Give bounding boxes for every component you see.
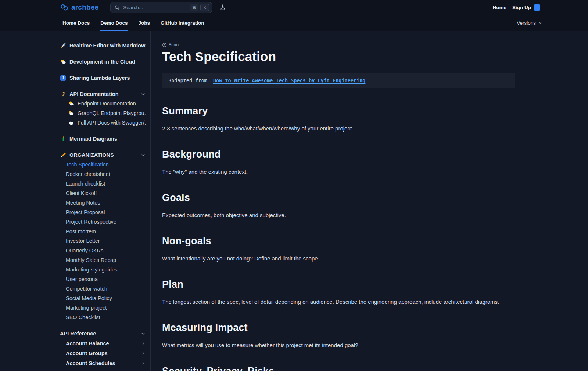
page-title: Tech Specification: [162, 49, 588, 64]
logo-text: archbee: [71, 3, 98, 11]
rocket-icon: [60, 43, 66, 49]
tab-demo-docs[interactable]: Demo Docs: [100, 15, 128, 31]
section-body: Expected outcomes, both objective and su…: [162, 212, 588, 218]
section-heading: Non-goals: [162, 235, 588, 247]
clock-icon: [162, 43, 167, 47]
tab-jobs[interactable]: Jobs: [139, 15, 150, 31]
sidebar-item-project-retrospective[interactable]: Project Retrospective: [60, 217, 146, 227]
section-heading: Background: [162, 149, 588, 160]
search-box[interactable]: ⌘ K: [110, 2, 212, 13]
section-body: What metrics will you use to measure whe…: [162, 342, 588, 348]
chevron-right-icon[interactable]: [141, 341, 146, 346]
sidebar-item-account-groups[interactable]: Account Groups: [60, 348, 146, 358]
sidebar: Realtime Editor with Markdow...Developme…: [0, 31, 151, 371]
sidebar-item-label: Project Proposal: [66, 209, 105, 215]
sidebar-item-full-api-docs-with-swagger[interactable]: Full API Docs with Swagger/...: [60, 118, 146, 127]
section-body: What intentionally are you not doing? De…: [162, 255, 588, 262]
sidebar-item-competitor-watch[interactable]: Competitor watch: [60, 284, 146, 293]
sidebar-item-investor-letter[interactable]: Investor Letter: [60, 236, 146, 246]
sun-behind-large-cloud-icon: [68, 110, 74, 116]
sidebar-item-social-media-policy[interactable]: Social Media Policy: [60, 293, 146, 303]
versions-label: Versions: [517, 20, 536, 26]
sidebar-item-sharing-lambda-layers[interactable]: JSharing Lambda Layers: [60, 73, 146, 83]
sidebar-item-organizations[interactable]: ORGANIZATIONS: [60, 150, 146, 160]
sidebar-item-label: Competitor watch: [66, 286, 107, 292]
sidebar-item-api-documentation[interactable]: API Documentation: [60, 89, 146, 99]
sidebar-item-tech-specification[interactable]: Tech Specification: [60, 160, 146, 169]
chevron-down-icon[interactable]: [141, 331, 146, 336]
sidebar-item-label: Tech Specification: [66, 162, 109, 168]
import-icon[interactable]: [219, 3, 227, 11]
sidebar-item-launch-checklist[interactable]: Launch checklist: [60, 179, 146, 188]
sidebar-item-label: Launch checklist: [66, 181, 105, 187]
section-background: BackgroundThe "why" and the existing con…: [162, 149, 588, 175]
section-heading: Security, Privacy, Risks: [162, 365, 588, 371]
signup-arrow-icon[interactable]: →: [534, 4, 540, 11]
chevron-down-icon[interactable]: [141, 153, 146, 158]
sidebar-item-graphql-endpoint-playgrou[interactable]: GraphQL Endpoint Playgrou...: [60, 108, 146, 118]
sidebar-item-account-balance[interactable]: Account Balance: [60, 338, 146, 348]
home-link[interactable]: Home: [492, 5, 506, 10]
top-header: archbee ⌘ K Home Sign Up →: [0, 0, 588, 15]
signup-link[interactable]: Sign Up: [512, 5, 531, 10]
versions-dropdown[interactable]: Versions: [517, 15, 542, 31]
sidebar-item-label: ORGANIZATIONS: [69, 152, 114, 158]
sidebar-item-monthly-sales-recap[interactable]: Monthly Sales Recap: [60, 255, 146, 265]
sidebar-item-label: Docker cheatsheet: [66, 171, 110, 177]
sidebar-item-label: SEO Checklist: [66, 314, 100, 320]
chevron-right-icon[interactable]: [141, 361, 146, 365]
sidebar-item-meeting-notes[interactable]: Meeting Notes: [60, 198, 146, 208]
sidebar-item-user-persona[interactable]: User persona: [60, 274, 146, 284]
sidebar-item-label: Marketing project: [66, 305, 107, 311]
sidebar-item-quarterly-okrs[interactable]: Quarterly OKRs: [60, 246, 146, 255]
sidebar-item-post-mortem[interactable]: Post mortem: [60, 227, 146, 236]
sidebar-item-label: Monthly Sales Recap: [66, 257, 116, 263]
sidebar-item-mermaid-diagrams[interactable]: Mermaid Diagrams: [60, 134, 146, 144]
section-heading: Goals: [162, 192, 588, 203]
tab-home-docs[interactable]: Home Docs: [62, 15, 90, 31]
tab-github-integration[interactable]: GitHub Integration: [161, 15, 204, 31]
sidebar-item-project-proposal[interactable]: Project Proposal: [60, 208, 146, 217]
callout-box: 3Adapted from: How to Write Awesome Tech…: [162, 73, 515, 88]
search-input[interactable]: [122, 4, 188, 11]
sidebar-item-seo-checklist[interactable]: SEO Checklist: [60, 313, 146, 322]
sidebar-item-realtime-editor-with-markdow[interactable]: Realtime Editor with Markdow...: [60, 41, 146, 50]
sidebar-item-label: Post mortem: [66, 228, 96, 234]
chevron-down-icon[interactable]: [141, 92, 146, 97]
section-heading: Summary: [162, 105, 588, 117]
sidebar-item-label: Social Media Policy: [66, 295, 112, 301]
firecracker-icon: [60, 136, 66, 142]
read-time-label: 8min: [169, 42, 179, 47]
sidebar-item-label: Client Kickoff: [66, 190, 97, 196]
sun-behind-cloud-icon: [68, 101, 74, 107]
sidebar-item-label: User persona: [66, 276, 98, 282]
sidebar-item-api-reference[interactable]: API Reference: [60, 329, 146, 338]
read-time: 8min: [162, 42, 588, 47]
sidebar-item-label: Investor Letter: [66, 238, 100, 244]
archbee-logo-icon: [60, 3, 69, 12]
chevron-right-icon[interactable]: [141, 351, 146, 356]
sidebar-item-docker-cheatsheet[interactable]: Docker cheatsheet: [60, 169, 146, 179]
section-security-privacy-risks: Security, Privacy, RisksWhat are potenti…: [162, 365, 588, 371]
docs-tabs-bar: Home DocsDemo DocsJobsGitHub Integration…: [0, 15, 588, 31]
sidebar-item-marketing-project[interactable]: Marketing project: [60, 303, 146, 313]
sidebar-item-label: GraphQL Endpoint Playgrou...: [78, 110, 146, 116]
article: 8min Tech Specification 3Adapted from: H…: [151, 31, 588, 371]
sidebar-item-account-schedules[interactable]: Account Schedules: [60, 358, 146, 368]
sidebar-item-label: Development in the Cloud: [69, 59, 135, 65]
callout-link[interactable]: How to Write Awesome Tech Specs by Lyft …: [213, 78, 366, 83]
sidebar-item-label: API Documentation: [69, 91, 119, 97]
sidebar-item-client-kickoff[interactable]: Client Kickoff: [60, 188, 146, 198]
sidebar-item-label: API Reference: [60, 331, 96, 336]
section-summary: Summary2-3 sentences describing the who/…: [162, 105, 588, 132]
k-key-badge: K: [200, 4, 209, 11]
section-goals: GoalsExpected outcomes, both objective a…: [162, 192, 588, 218]
sidebar-item-development-in-the-cloud[interactable]: Development in the Cloud: [60, 57, 146, 66]
sidebar-item-label: Marketing styleguides: [66, 267, 117, 273]
sections-container: Summary2-3 sentences describing the who/…: [162, 105, 588, 371]
sidebar-item-endpoint-documentation[interactable]: Endpoint Documentation: [60, 99, 146, 108]
sidebar-item-marketing-styleguides[interactable]: Marketing styleguides: [60, 265, 146, 274]
section-body: The "why" and the existing context.: [162, 169, 588, 175]
chevron-down-icon: [538, 21, 542, 25]
archbee-logo[interactable]: archbee: [60, 3, 98, 12]
